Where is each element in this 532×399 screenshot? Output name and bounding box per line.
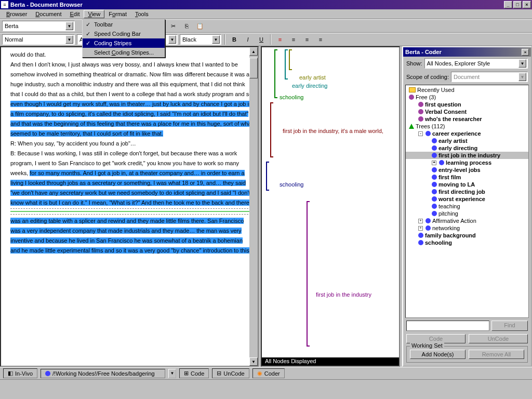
node-icon	[432, 211, 437, 216]
tree-node[interactable]: early directing	[406, 144, 528, 152]
stripe-bracket	[270, 102, 273, 157]
invivo-button[interactable]: ◧In-Vivo	[3, 368, 37, 378]
tree-node[interactable]: early artist	[406, 137, 528, 144]
align-center-button[interactable]: ≡	[288, 34, 299, 45]
node-path-field[interactable]: /!Working Nodes!/Free Nodes/badgering	[41, 369, 165, 378]
menu-format[interactable]: Format	[104, 10, 131, 18]
coder-panel: Berta - Coder × Show: All Nodes, Explore…	[402, 46, 532, 367]
code-bar-button[interactable]: ⊞Code	[179, 368, 209, 378]
tree-recently-used[interactable]: Recently Used	[406, 86, 528, 94]
coding-stripes-pane: early artist early directing schooling f…	[261, 46, 400, 367]
toolbar-row-1: Berta▼ ✂ ⎘ 📋	[0, 19, 532, 33]
tree-node[interactable]: entry-level jobs	[406, 166, 528, 174]
menu-item-toolbar[interactable]: ✓Toolbar	[83, 20, 165, 29]
working-set-fieldset: Working Set Add Node(s) Remove All	[406, 346, 528, 363]
path-dropdown-button[interactable]: ▼	[168, 369, 176, 378]
text-line: would do that.	[10, 51, 46, 58]
document-content[interactable]: would do that. And then I don't know, I …	[1, 47, 258, 257]
paste-icon[interactable]: 📋	[194, 20, 206, 32]
vertical-scrollbar[interactable]: ▲ ▼	[249, 47, 258, 366]
highlighted-text: was an editing table with a splicer and …	[10, 218, 251, 254]
tree-node[interactable]: family background	[406, 232, 528, 239]
tree-node[interactable]: first directing job	[406, 188, 528, 195]
cut-icon[interactable]: ✂	[167, 20, 179, 32]
tree-node[interactable]: teaching	[406, 203, 528, 210]
tree-node[interactable]: who's the researcher	[406, 115, 528, 123]
coder-titlebar: Berta - Coder ×	[403, 47, 531, 57]
bold-button[interactable]: B	[229, 34, 240, 45]
close-button[interactable]: ×	[523, 1, 531, 8]
toolbar-row-2: Normal▼ Arial▼ 12▼ Black▼ B I U ≡ ≡ ≡ ≡	[0, 33, 532, 46]
color-combo[interactable]: Black▼	[180, 34, 221, 45]
tree-node[interactable]: Verbal Consent	[406, 108, 528, 115]
show-label: Show:	[406, 60, 422, 66]
document-pane: would do that. And then I don't know, I …	[0, 46, 259, 367]
remove-all-button[interactable]: Remove All	[469, 350, 524, 359]
scroll-down-button[interactable]: ▼	[249, 357, 258, 366]
tree-free[interactable]: Free (3)	[406, 94, 528, 101]
style-combo[interactable]: Normal▼	[2, 34, 75, 45]
node-tree[interactable]: Recently Used Free (3) first question Ve…	[405, 85, 529, 318]
align-right-button[interactable]: ≡	[301, 34, 313, 45]
italic-button[interactable]: I	[242, 34, 254, 45]
text-line: R: When you say, "by accident you found …	[10, 140, 136, 147]
coder-close-button[interactable]: ×	[522, 49, 529, 56]
working-set-legend: Working Set	[410, 342, 444, 349]
find-button[interactable]: Find	[491, 321, 528, 331]
uncode-bar-button[interactable]: ⊟UnCode	[212, 368, 249, 378]
scroll-up-button[interactable]: ▲	[249, 47, 258, 56]
uncode-button[interactable]: UnCode	[469, 334, 528, 343]
tree-node[interactable]: moving to LA	[406, 181, 528, 188]
maximize-button[interactable]: □	[513, 1, 522, 8]
text-paragraph: And then I don't know, I just always was…	[10, 61, 252, 97]
add-nodes-button[interactable]: Add Node(s)	[410, 350, 466, 359]
collapse-icon[interactable]: -	[418, 131, 423, 136]
menu-browser[interactable]: BBrowserrowser	[2, 10, 31, 18]
node-icon	[425, 225, 431, 231]
underline-button[interactable]: U	[256, 34, 267, 45]
coder-bar-button[interactable]: ◉Coder	[252, 368, 285, 378]
align-left-button[interactable]: ≡	[274, 34, 286, 45]
node-icon	[409, 95, 414, 100]
expand-icon[interactable]: +	[418, 226, 423, 231]
tree-node-selected[interactable]: first job in the industry	[406, 152, 528, 159]
node-search-input[interactable]	[406, 321, 489, 331]
menu-item-speed-coding-bar[interactable]: ✓Speed Coding Bar	[83, 29, 165, 38]
tree-node[interactable]: first film	[406, 174, 528, 181]
align-justify-button[interactable]: ≡	[315, 34, 326, 45]
app-icon: ≡	[1, 1, 8, 8]
menu-edit[interactable]: Edit	[66, 10, 84, 18]
tree-node[interactable]: +learning process	[406, 159, 528, 166]
menu-tools[interactable]: Tools	[131, 10, 153, 18]
node-icon	[439, 160, 444, 165]
tree-node[interactable]: +Affirmative Action	[406, 217, 528, 224]
document-combo[interactable]: Berta▼	[2, 21, 75, 31]
tree-trees[interactable]: Trees (112)	[406, 123, 528, 130]
node-icon	[425, 218, 431, 223]
tree-node[interactable]: first question	[406, 101, 528, 108]
menu-document[interactable]: Document	[31, 10, 65, 18]
tree-career[interactable]: -career experience	[406, 130, 528, 137]
show-combo[interactable]: All Nodes, Explorer Style▼	[424, 58, 528, 69]
menu-item-select-coding-stripes[interactable]: Select Coding Stripes...	[83, 48, 165, 57]
code-icon: ⊞	[184, 370, 189, 377]
stripe-label-first-job-male: first job in the industry, it's a male w…	[283, 128, 383, 134]
node-icon	[432, 138, 437, 143]
scroll-thumb[interactable]	[249, 58, 258, 78]
scope-combo[interactable]: Document▼	[451, 72, 528, 82]
stripe-bracket	[307, 201, 310, 347]
minimize-button[interactable]: _	[504, 1, 512, 8]
folder-icon	[409, 87, 416, 92]
copy-icon[interactable]: ⎘	[181, 20, 192, 32]
menu-item-coding-stripes[interactable]: ✓Coding Stripes	[83, 38, 165, 48]
node-icon	[432, 204, 437, 209]
tree-node[interactable]: +networking	[406, 224, 528, 232]
window-title: Berta - Document Browser	[10, 2, 83, 8]
expand-icon[interactable]: +	[418, 219, 423, 223]
menu-view[interactable]: View	[84, 10, 104, 18]
expand-icon[interactable]: +	[432, 161, 436, 165]
node-icon	[432, 175, 437, 180]
tree-node[interactable]: worst experience	[406, 195, 528, 203]
tree-node[interactable]: schooling	[406, 239, 528, 246]
tree-node[interactable]: pitching	[406, 210, 528, 217]
